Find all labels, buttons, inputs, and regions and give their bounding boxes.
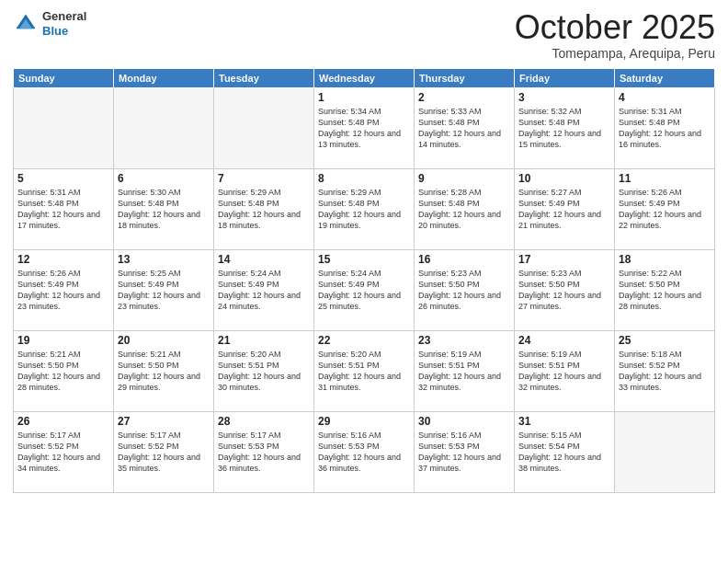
calendar-cell: 29Sunrise: 5:16 AM Sunset: 5:53 PM Dayli… — [314, 411, 415, 492]
calendar-week-1: 1Sunrise: 5:34 AM Sunset: 5:48 PM Daylig… — [14, 87, 715, 168]
month-title: October 2025 — [515, 9, 715, 46]
day-number: 3 — [518, 91, 610, 104]
calendar-header-thursday: Thursday — [415, 68, 515, 87]
calendar-cell: 24Sunrise: 5:19 AM Sunset: 5:51 PM Dayli… — [515, 330, 615, 411]
day-number: 14 — [218, 253, 310, 266]
calendar-header-tuesday: Tuesday — [214, 68, 314, 87]
day-info: Sunrise: 5:31 AM Sunset: 5:48 PM Dayligh… — [619, 106, 711, 151]
day-number: 17 — [518, 253, 610, 266]
calendar-cell: 11Sunrise: 5:26 AM Sunset: 5:49 PM Dayli… — [615, 168, 715, 249]
day-number: 8 — [318, 172, 410, 185]
calendar-cell: 18Sunrise: 5:22 AM Sunset: 5:50 PM Dayli… — [615, 249, 715, 330]
calendar-week-4: 19Sunrise: 5:21 AM Sunset: 5:50 PM Dayli… — [14, 330, 715, 411]
calendar-header-row: SundayMondayTuesdayWednesdayThursdayFrid… — [14, 68, 715, 87]
day-number: 1 — [318, 91, 410, 104]
calendar: SundayMondayTuesdayWednesdayThursdayFrid… — [13, 68, 715, 493]
calendar-cell — [214, 87, 314, 168]
calendar-cell — [114, 87, 214, 168]
calendar-cell: 22Sunrise: 5:20 AM Sunset: 5:51 PM Dayli… — [314, 330, 415, 411]
calendar-cell: 8Sunrise: 5:29 AM Sunset: 5:48 PM Daylig… — [314, 168, 415, 249]
day-number: 26 — [17, 415, 109, 428]
calendar-cell: 7Sunrise: 5:29 AM Sunset: 5:48 PM Daylig… — [214, 168, 314, 249]
calendar-header-saturday: Saturday — [615, 68, 715, 87]
day-info: Sunrise: 5:18 AM Sunset: 5:52 PM Dayligh… — [619, 349, 711, 394]
day-info: Sunrise: 5:19 AM Sunset: 5:51 PM Dayligh… — [418, 349, 510, 394]
logo-text: General Blue — [42, 9, 86, 38]
calendar-cell: 28Sunrise: 5:17 AM Sunset: 5:53 PM Dayli… — [214, 411, 314, 492]
title-block: October 2025 Tomepampa, Arequipa, Peru — [515, 9, 715, 61]
day-number: 27 — [118, 415, 210, 428]
day-info: Sunrise: 5:17 AM Sunset: 5:52 PM Dayligh… — [17, 430, 109, 475]
calendar-cell: 13Sunrise: 5:25 AM Sunset: 5:49 PM Dayli… — [114, 249, 214, 330]
day-info: Sunrise: 5:34 AM Sunset: 5:48 PM Dayligh… — [318, 106, 410, 151]
day-info: Sunrise: 5:24 AM Sunset: 5:49 PM Dayligh… — [218, 268, 310, 313]
day-info: Sunrise: 5:27 AM Sunset: 5:49 PM Dayligh… — [518, 187, 610, 232]
calendar-cell: 4Sunrise: 5:31 AM Sunset: 5:48 PM Daylig… — [615, 87, 715, 168]
calendar-cell: 20Sunrise: 5:21 AM Sunset: 5:50 PM Dayli… — [114, 330, 214, 411]
day-number: 13 — [118, 253, 210, 266]
day-info: Sunrise: 5:22 AM Sunset: 5:50 PM Dayligh… — [619, 268, 711, 313]
day-info: Sunrise: 5:21 AM Sunset: 5:50 PM Dayligh… — [118, 349, 210, 394]
day-info: Sunrise: 5:19 AM Sunset: 5:51 PM Dayligh… — [518, 349, 610, 394]
calendar-cell: 25Sunrise: 5:18 AM Sunset: 5:52 PM Dayli… — [615, 330, 715, 411]
day-info: Sunrise: 5:29 AM Sunset: 5:48 PM Dayligh… — [318, 187, 410, 232]
calendar-cell — [14, 87, 114, 168]
calendar-week-2: 5Sunrise: 5:31 AM Sunset: 5:48 PM Daylig… — [14, 168, 715, 249]
calendar-cell: 26Sunrise: 5:17 AM Sunset: 5:52 PM Dayli… — [14, 411, 114, 492]
day-info: Sunrise: 5:17 AM Sunset: 5:53 PM Dayligh… — [218, 430, 310, 475]
day-info: Sunrise: 5:30 AM Sunset: 5:48 PM Dayligh… — [118, 187, 210, 232]
day-info: Sunrise: 5:15 AM Sunset: 5:54 PM Dayligh… — [518, 430, 610, 475]
day-info: Sunrise: 5:26 AM Sunset: 5:49 PM Dayligh… — [619, 187, 711, 232]
logo-general: General — [42, 9, 86, 24]
calendar-cell: 31Sunrise: 5:15 AM Sunset: 5:54 PM Dayli… — [515, 411, 615, 492]
day-info: Sunrise: 5:23 AM Sunset: 5:50 PM Dayligh… — [418, 268, 510, 313]
day-number: 18 — [619, 253, 711, 266]
day-info: Sunrise: 5:25 AM Sunset: 5:49 PM Dayligh… — [118, 268, 210, 313]
calendar-header-friday: Friday — [515, 68, 615, 87]
page-container: General Blue October 2025 Tomepampa, Are… — [0, 0, 728, 563]
calendar-week-5: 26Sunrise: 5:17 AM Sunset: 5:52 PM Dayli… — [14, 411, 715, 492]
calendar-cell: 30Sunrise: 5:16 AM Sunset: 5:53 PM Dayli… — [415, 411, 515, 492]
day-info: Sunrise: 5:16 AM Sunset: 5:53 PM Dayligh… — [418, 430, 510, 475]
day-number: 16 — [418, 253, 510, 266]
calendar-header-monday: Monday — [114, 68, 214, 87]
day-number: 19 — [17, 334, 109, 347]
header: General Blue October 2025 Tomepampa, Are… — [13, 9, 715, 61]
day-number: 11 — [619, 172, 711, 185]
day-info: Sunrise: 5:21 AM Sunset: 5:50 PM Dayligh… — [17, 349, 109, 394]
day-number: 21 — [218, 334, 310, 347]
day-number: 31 — [518, 415, 610, 428]
calendar-cell: 16Sunrise: 5:23 AM Sunset: 5:50 PM Dayli… — [415, 249, 515, 330]
calendar-cell: 14Sunrise: 5:24 AM Sunset: 5:49 PM Dayli… — [214, 249, 314, 330]
calendar-cell: 5Sunrise: 5:31 AM Sunset: 5:48 PM Daylig… — [14, 168, 114, 249]
day-number: 30 — [418, 415, 510, 428]
calendar-cell: 12Sunrise: 5:26 AM Sunset: 5:49 PM Dayli… — [14, 249, 114, 330]
calendar-cell: 2Sunrise: 5:33 AM Sunset: 5:48 PM Daylig… — [415, 87, 515, 168]
day-number: 7 — [218, 172, 310, 185]
day-info: Sunrise: 5:32 AM Sunset: 5:48 PM Dayligh… — [518, 106, 610, 151]
calendar-cell: 21Sunrise: 5:20 AM Sunset: 5:51 PM Dayli… — [214, 330, 314, 411]
day-number: 10 — [518, 172, 610, 185]
day-number: 20 — [118, 334, 210, 347]
location: Tomepampa, Arequipa, Peru — [515, 46, 715, 61]
logo-blue: Blue — [42, 24, 86, 39]
day-number: 12 — [17, 253, 109, 266]
day-info: Sunrise: 5:31 AM Sunset: 5:48 PM Dayligh… — [17, 187, 109, 232]
calendar-cell: 6Sunrise: 5:30 AM Sunset: 5:48 PM Daylig… — [114, 168, 214, 249]
day-info: Sunrise: 5:17 AM Sunset: 5:52 PM Dayligh… — [118, 430, 210, 475]
day-number: 28 — [218, 415, 310, 428]
calendar-header-sunday: Sunday — [14, 68, 114, 87]
calendar-cell: 9Sunrise: 5:28 AM Sunset: 5:48 PM Daylig… — [415, 168, 515, 249]
calendar-cell — [615, 411, 715, 492]
day-info: Sunrise: 5:20 AM Sunset: 5:51 PM Dayligh… — [318, 349, 410, 394]
calendar-cell: 1Sunrise: 5:34 AM Sunset: 5:48 PM Daylig… — [314, 87, 415, 168]
day-info: Sunrise: 5:26 AM Sunset: 5:49 PM Dayligh… — [17, 268, 109, 313]
day-number: 5 — [17, 172, 109, 185]
calendar-cell: 23Sunrise: 5:19 AM Sunset: 5:51 PM Dayli… — [415, 330, 515, 411]
day-number: 2 — [418, 91, 510, 104]
day-info: Sunrise: 5:28 AM Sunset: 5:48 PM Dayligh… — [418, 187, 510, 232]
day-info: Sunrise: 5:29 AM Sunset: 5:48 PM Dayligh… — [218, 187, 310, 232]
day-number: 24 — [518, 334, 610, 347]
day-number: 25 — [619, 334, 711, 347]
day-number: 6 — [118, 172, 210, 185]
